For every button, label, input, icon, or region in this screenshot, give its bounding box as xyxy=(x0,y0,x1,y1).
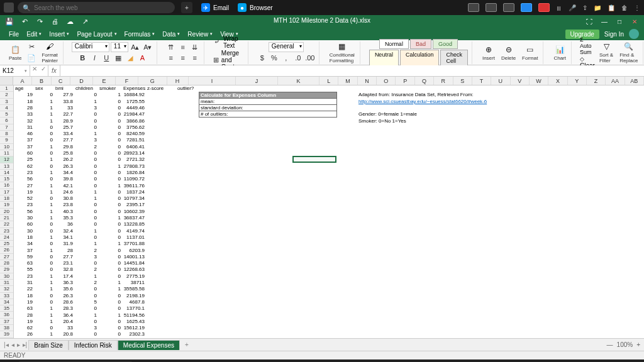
format-cells-button[interactable]: ▭Format xyxy=(520,44,540,62)
cell[interactable]: 0 xyxy=(98,305,122,312)
tab-last-button[interactable]: ▸| xyxy=(23,341,28,348)
cell[interactable]: 0 xyxy=(74,170,98,176)
cell[interactable]: 27.7 xyxy=(54,254,74,260)
cell[interactable]: 1 xyxy=(34,99,54,105)
name-box[interactable]: K12▾ xyxy=(0,65,30,76)
cell[interactable]: 0 xyxy=(34,150,54,156)
menu-file[interactable]: File xyxy=(5,30,23,39)
cell[interactable]: 46 xyxy=(14,131,34,137)
cell[interactable]: 0 xyxy=(98,150,122,156)
cell[interactable]: 2 xyxy=(74,144,98,150)
cell[interactable]: 2721.32 xyxy=(122,156,146,163)
cell[interactable]: 1 xyxy=(74,195,98,202)
cell[interactable]: 33.8 xyxy=(54,99,74,105)
cell[interactable]: 2 xyxy=(74,266,98,273)
folder-icon[interactable]: 📁 xyxy=(594,4,601,11)
cell[interactable]: 1 xyxy=(98,215,122,221)
menu-icon[interactable]: ⋮ xyxy=(634,4,640,11)
insert-cells-button[interactable]: ⊕Insert xyxy=(480,44,497,62)
spreadsheet-grid[interactable]: ABCDEFGHIJKLMNOPQRSTUVWXYZAAAB 123456789… xyxy=(0,77,644,338)
cell[interactable]: 0 xyxy=(34,163,54,170)
cell[interactable]: 23 xyxy=(14,170,34,176)
cell[interactable]: 4149.74 xyxy=(122,228,146,234)
equalizer-icon[interactable]: ⫼ xyxy=(556,4,562,11)
cell[interactable]: 31 xyxy=(14,280,34,286)
cell[interactable]: 27.9 xyxy=(54,92,74,98)
cell[interactable]: 0 xyxy=(34,228,54,234)
cell[interactable]: 1 xyxy=(34,234,54,241)
cell[interactable]: 1837.24 xyxy=(122,189,146,195)
cell[interactable]: 28923.14 xyxy=(122,150,146,156)
row-header[interactable]: 21 xyxy=(0,215,13,221)
omnibox-input[interactable] xyxy=(34,4,170,11)
cell[interactable]: 0 xyxy=(98,105,122,111)
cell[interactable]: 33 xyxy=(54,105,74,111)
cell[interactable]: 1 xyxy=(98,183,122,189)
cell[interactable]: 36.3 xyxy=(54,280,74,286)
row-header[interactable]: 22 xyxy=(0,221,13,228)
col-header[interactable]: F xyxy=(116,77,138,85)
cell[interactable]: 14451.84 xyxy=(122,260,146,266)
col-header[interactable]: D xyxy=(70,77,93,85)
cell[interactable]: 2 xyxy=(74,280,98,286)
cell[interactable]: 1137.01 xyxy=(122,234,146,241)
browser-tab-browser[interactable]: ●Browser xyxy=(238,3,273,12)
italic-button[interactable]: I xyxy=(89,53,100,63)
cell[interactable]: 0 xyxy=(74,163,98,170)
cell[interactable]: 60 xyxy=(14,221,34,228)
cell[interactable]: 1725.55 xyxy=(122,99,146,105)
cell[interactable]: Gender: 0=female 1=male xyxy=(357,111,483,118)
align-right-button[interactable]: ≡ xyxy=(189,53,201,63)
row-header[interactable]: 16 xyxy=(0,182,13,189)
cell[interactable]: 2 xyxy=(74,248,98,254)
cell[interactable]: 0 xyxy=(34,254,54,260)
row-header[interactable]: 2 xyxy=(0,92,13,98)
cell[interactable]: 0 xyxy=(74,111,98,118)
row-header[interactable]: 17 xyxy=(0,189,13,195)
col-header[interactable]: AB xyxy=(625,77,644,85)
cell[interactable]: 0 xyxy=(98,273,122,280)
cell[interactable]: 0 xyxy=(74,92,98,98)
cell[interactable]: 0 xyxy=(74,305,98,312)
cell[interactable]: 18 xyxy=(14,99,34,105)
row-header[interactable]: 28 xyxy=(0,260,13,266)
row-header[interactable]: 14 xyxy=(0,170,13,176)
underline-button[interactable]: U xyxy=(101,53,112,63)
cell[interactable]: 0 xyxy=(74,209,98,215)
cell[interactable]: 0 xyxy=(98,331,122,337)
col-header[interactable]: O xyxy=(377,77,396,85)
cell[interactable]: 3 xyxy=(74,325,98,331)
menu-data[interactable]: Data ▾ xyxy=(158,30,184,39)
cell[interactable]: 17.4 xyxy=(54,273,74,280)
col-header[interactable]: C xyxy=(52,77,70,85)
cell[interactable]: 56 xyxy=(14,176,34,182)
cell[interactable]: 0 xyxy=(98,195,122,202)
font-name-select[interactable]: Calibri xyxy=(72,42,109,52)
cell[interactable]: 0 xyxy=(74,156,98,163)
cell[interactable]: 25.8 xyxy=(54,150,74,156)
cell[interactable]: 28 xyxy=(14,105,34,111)
cell[interactable]: 23 xyxy=(14,273,34,280)
cell[interactable]: Smoker: 0=No 1=Yes xyxy=(357,118,483,124)
cell[interactable]: 32.4 xyxy=(54,228,74,234)
cell[interactable]: outlier? xyxy=(176,85,199,92)
conditional-formatting-button[interactable]: ▦Conditional Formatting xyxy=(328,41,357,64)
row-header[interactable]: 27 xyxy=(0,254,13,260)
cell[interactable]: 30 xyxy=(14,215,34,221)
cell[interactable]: 31.9 xyxy=(54,241,74,247)
row-header[interactable]: 3 xyxy=(0,99,13,105)
cell[interactable]: 0 xyxy=(98,209,122,215)
delete-cells-button[interactable]: ⊖Delete xyxy=(499,44,518,62)
cell[interactable]: 0 xyxy=(34,131,54,137)
row-header[interactable]: 29 xyxy=(0,266,13,273)
cell[interactable]: 37 xyxy=(14,137,34,143)
avatar-icon[interactable] xyxy=(629,29,639,39)
cell[interactable]: 32 xyxy=(14,118,34,124)
row-header[interactable]: 32 xyxy=(0,286,13,292)
row-header[interactable]: 19 xyxy=(0,202,13,208)
cell[interactable]: standard deviation: xyxy=(199,105,337,111)
cell[interactable]: 40.3 xyxy=(54,209,74,215)
cell[interactable]: 0 xyxy=(98,170,122,176)
grow-font-button[interactable]: A▴ xyxy=(130,42,141,52)
cell[interactable]: 19 xyxy=(14,189,34,195)
